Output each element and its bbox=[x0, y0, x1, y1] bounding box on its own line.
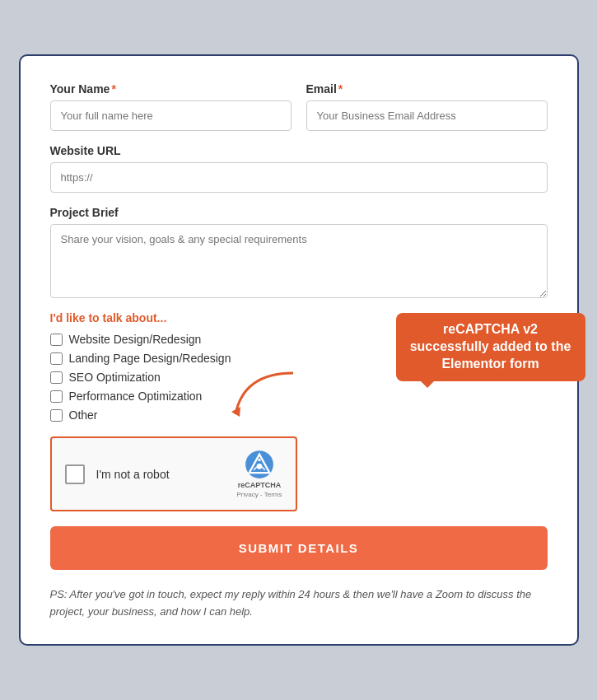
checkbox-landing-input[interactable] bbox=[50, 352, 63, 365]
url-field-group: Website URL bbox=[50, 144, 548, 193]
email-label: Email* bbox=[306, 82, 548, 96]
recaptcha-area: I'm not a robot reCAPTCHA Privacy - Term… bbox=[50, 436, 548, 511]
recaptcha-privacy-link[interactable]: Privacy bbox=[237, 491, 259, 498]
brief-textarea[interactable] bbox=[50, 224, 548, 298]
checkbox-performance-input[interactable] bbox=[50, 390, 63, 403]
submit-button[interactable]: SUBMIT DETAILS bbox=[50, 526, 548, 570]
checkbox-other-input[interactable] bbox=[50, 409, 63, 422]
recaptcha-terms-link[interactable]: Terms bbox=[264, 491, 282, 498]
recaptcha-checkbox[interactable] bbox=[65, 464, 85, 484]
name-input[interactable] bbox=[50, 100, 292, 131]
name-field-group: Your Name* bbox=[50, 82, 292, 131]
tooltip-arrow-icon bbox=[227, 369, 301, 418]
ps-text: PS: After you've got in touch, expect my… bbox=[50, 586, 548, 621]
recaptcha-logo-icon bbox=[245, 450, 274, 479]
recaptcha-links: Privacy - Terms bbox=[237, 491, 282, 498]
tooltip-bubble: reCAPTCHA v2 successfully added to the E… bbox=[396, 313, 585, 380]
url-label: Website URL bbox=[50, 144, 548, 157]
email-required: * bbox=[338, 82, 343, 96]
email-field-group: Email* bbox=[306, 82, 548, 131]
brief-label: Project Brief bbox=[50, 206, 548, 219]
recaptcha-brand-label: reCAPTCHA bbox=[238, 481, 282, 489]
checkbox-seo-input[interactable] bbox=[50, 371, 63, 384]
contact-form-card: Your Name* Email* Website URL Project Br… bbox=[19, 54, 579, 646]
url-input[interactable] bbox=[50, 162, 548, 193]
checkbox-website-input[interactable] bbox=[50, 334, 63, 346]
svg-point-2 bbox=[258, 459, 260, 461]
recaptcha-box[interactable]: I'm not a robot reCAPTCHA Privacy - Term… bbox=[50, 436, 297, 511]
name-required: * bbox=[111, 82, 115, 96]
email-input[interactable] bbox=[306, 100, 548, 131]
name-label: Your Name* bbox=[50, 82, 292, 96]
name-email-row: Your Name* Email* bbox=[50, 82, 548, 131]
recaptcha-not-robot-label: I'm not a robot bbox=[96, 468, 170, 481]
brief-field-group: Project Brief bbox=[50, 206, 548, 298]
